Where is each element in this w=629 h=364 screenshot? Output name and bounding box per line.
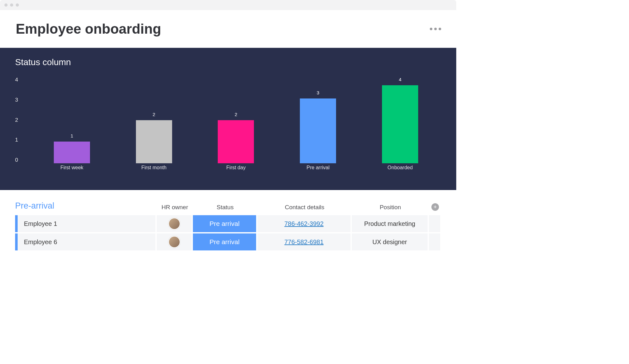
- chart-plot-area: 12234: [31, 77, 441, 163]
- cell-trailing: [429, 215, 440, 232]
- chart-bar-rect: [54, 142, 90, 163]
- table-header-row: Pre-arrival HR owner Status Contact deta…: [15, 201, 441, 211]
- group-title[interactable]: Pre-arrival: [15, 201, 157, 211]
- chart-bar-value: 2: [235, 112, 237, 117]
- avatar: [168, 236, 180, 248]
- chart-bar[interactable]: 2: [195, 77, 277, 163]
- cell-position[interactable]: Product marketing: [352, 215, 428, 232]
- chart-bar-value: 4: [399, 77, 401, 82]
- chart-y-axis: 43210: [15, 77, 25, 163]
- ellipsis-icon: [439, 28, 441, 30]
- chart-y-tick: 3: [15, 97, 25, 103]
- cell-employee-name[interactable]: Employee 1: [18, 215, 155, 232]
- avatar: [168, 218, 180, 230]
- chart-x-label: Pre arrival: [277, 165, 359, 174]
- chart-bar-value: 3: [317, 90, 319, 95]
- window-titlebar: [0, 0, 456, 10]
- cell-employee-name[interactable]: Employee 6: [18, 233, 155, 250]
- window-control-maximize[interactable]: [16, 3, 19, 7]
- cell-status[interactable]: Pre arrival: [193, 233, 256, 250]
- page-header: Employee onboarding: [0, 10, 456, 48]
- window-control-minimize[interactable]: [10, 3, 13, 7]
- more-options-button[interactable]: [430, 28, 441, 30]
- cell-contact[interactable]: 776-582-6981: [257, 233, 351, 250]
- cell-hr-owner[interactable]: [157, 233, 192, 250]
- chart-bar-rect: [136, 120, 172, 164]
- column-header-status[interactable]: Status: [193, 204, 257, 211]
- chart-bar[interactable]: 1: [31, 77, 113, 163]
- column-header-position[interactable]: Position: [352, 204, 429, 211]
- chart-title: Status column: [15, 57, 441, 67]
- employee-table: Pre-arrival HR owner Status Contact deta…: [0, 190, 456, 250]
- chart-x-label: First month: [113, 165, 195, 174]
- chart-bar-rect: [218, 120, 254, 164]
- ellipsis-icon: [430, 28, 432, 30]
- chart-bar[interactable]: 2: [113, 77, 195, 163]
- chart-y-tick: 1: [15, 137, 25, 143]
- window-control-close[interactable]: [4, 3, 8, 7]
- table-row[interactable]: Employee 6Pre arrival776-582-6981UX desi…: [15, 233, 441, 250]
- chart-y-tick: 4: [15, 77, 25, 83]
- chart-bar[interactable]: 4: [359, 77, 441, 163]
- chart-x-label: First week: [31, 165, 113, 174]
- chart-x-label: Onboarded: [359, 165, 441, 174]
- chart-bar[interactable]: 3: [277, 77, 359, 163]
- column-header-owner[interactable]: HR owner: [157, 204, 193, 211]
- table-row[interactable]: Employee 1Pre arrival786-462-3992Product…: [15, 215, 441, 232]
- column-header-contact[interactable]: Contact details: [257, 204, 352, 211]
- chart-x-axis: First weekFirst monthFirst dayPre arriva…: [31, 165, 441, 174]
- chart-panel: Status column 43210 12234 First weekFirs…: [0, 48, 456, 190]
- cell-contact[interactable]: 786-462-3992: [257, 215, 351, 232]
- chart-x-label: First day: [195, 165, 277, 174]
- cell-trailing: [429, 233, 440, 250]
- chart-y-tick: 2: [15, 117, 25, 123]
- chart-y-tick: 0: [15, 157, 25, 163]
- row-accent: [15, 215, 18, 232]
- chart-bar-rect: [382, 85, 418, 163]
- chart-bar-rect: [300, 98, 336, 163]
- cell-status[interactable]: Pre arrival: [193, 215, 256, 232]
- row-accent: [15, 233, 18, 250]
- bar-chart: 43210 12234 First weekFirst monthFirst d…: [15, 77, 441, 174]
- ellipsis-icon: [434, 28, 437, 30]
- chart-bar-value: 2: [153, 112, 155, 117]
- chart-bar-value: 1: [70, 133, 73, 138]
- plus-icon: +: [431, 203, 439, 211]
- cell-position[interactable]: UX designer: [352, 233, 428, 250]
- cell-hr-owner[interactable]: [157, 215, 192, 232]
- page-title: Employee onboarding: [16, 21, 161, 37]
- add-column-button[interactable]: +: [429, 203, 441, 211]
